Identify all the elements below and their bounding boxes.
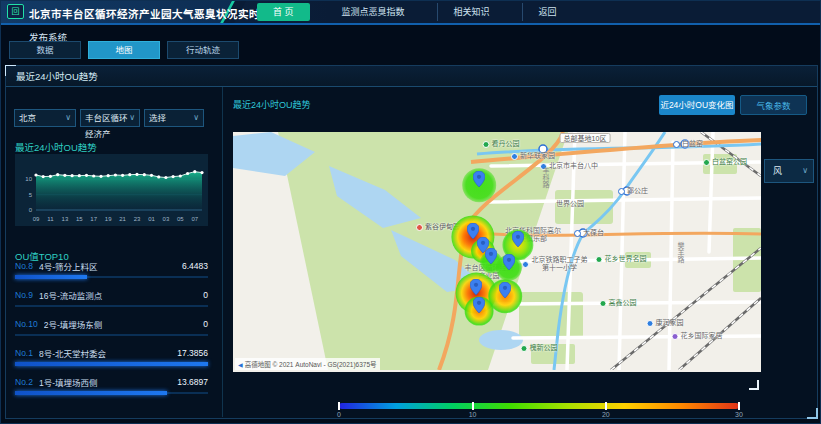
station-name: 16号-流动监测点 [39,289,203,301]
map-button-0[interactable]: 近24小时OU变化图 [659,95,735,115]
value-bar [15,275,87,279]
svg-text:17: 17 [90,216,97,222]
ou-value: 0 [203,290,208,300]
map-label: 康润家园 [647,319,684,327]
metro-icon [673,141,680,148]
value-bar [15,391,167,395]
amap-logo-icon: ◀ [238,361,243,368]
rank-label: No.1 [15,348,33,358]
svg-text:03: 03 [163,216,170,222]
svg-text:01: 01 [148,216,155,222]
station-select[interactable]: 选择 ∨ [144,109,204,127]
trend-chart: 0510091113151719212301030507 [15,154,208,226]
rank-label: No.9 [15,290,33,300]
nav-tab-2[interactable]: 相关知识 [437,3,506,21]
legend-gradient-bar [339,403,739,409]
station-name: 1号-填埋场西侧 [39,376,177,388]
ou-value: 0 [203,319,208,329]
svg-text:15: 15 [76,216,83,222]
nav-tab-3[interactable]: 返回 [522,3,573,21]
svg-text:21: 21 [119,216,126,222]
ou-value: 17.3856 [177,348,208,358]
nav-tab-0[interactable]: 首 页 [257,3,310,21]
panel-divider [222,87,223,417]
map-canvas[interactable]: 紫谷伊甸园看丹公园总部基地10区新华联家园北京市丰台八中郭公庄世界公园大葆台北京… [233,132,761,372]
map-label: 樊羊路 [676,242,684,263]
map-label: 丰科路 [541,167,549,188]
station-pin-icon[interactable] [512,231,524,247]
station-pin-icon[interactable] [499,282,511,298]
legend-tick-label: 0 [337,411,341,418]
map-attribution: ◀ 高德地图 © 2021 AutoNavi - GS(2021)6375号 [235,358,380,370]
station-name: 8号-北天堂村委会 [39,347,177,359]
chevron-down-icon: ∨ [129,110,135,126]
map-label: 高鑫公园 [600,299,637,307]
poi-purple-icon [672,333,679,340]
trend-chart-title: 最近24小时OU趋势 [15,140,97,154]
station-select-value: 选择 [149,113,166,123]
station-pin-icon[interactable] [503,254,515,270]
station-pin-icon[interactable] [473,297,485,313]
svg-text:05: 05 [177,216,184,222]
park-icon [483,141,490,148]
legend-tick [338,402,340,410]
metro-icon [574,230,581,237]
district-select[interactable]: 丰台区循环经济产 ∨ [80,109,140,127]
svg-text:5: 5 [29,192,33,198]
legend-tick-label: 30 [735,411,743,418]
svg-text:13: 13 [62,216,69,222]
value-bar [15,362,208,366]
svg-text:09: 09 [33,216,40,222]
legend-tick-label: 10 [469,411,477,418]
map-button-1[interactable]: 气象参数 [740,95,807,115]
top-list-row: No.84号-筛分上料区6.4483 [15,259,208,283]
top-list-row: No.916号-流动监测点0 [15,288,208,312]
svg-text:07: 07 [191,216,198,222]
map-label: 槐新公园 [521,344,558,352]
park-icon [596,256,603,263]
publish-tab-2[interactable]: 行动轨迹 [167,41,239,59]
map-label: 白盆窑公园 [703,158,747,166]
nav-tab-1[interactable]: 监测点恶臭指数 [326,3,421,21]
city-select[interactable]: 北京 ∨ [14,109,76,127]
map-label: 总部基地10区 [560,133,611,143]
park-icon [703,159,710,166]
poi-blue-icon [511,153,518,160]
park-red-icon [416,224,423,231]
app-logo-icon: 回 [7,4,24,19]
publish-tab-0[interactable]: 数据 [9,41,81,59]
map-section-title: 最近24小时OU趋势 [233,98,311,111]
metro-icon [618,188,625,195]
station-pin-icon[interactable] [470,279,482,295]
map-label: 新华联家园 [511,152,555,160]
top-list-row: No.102号-填埋场东侧0 [15,317,208,341]
svg-text:10: 10 [25,176,32,182]
map-label: 看丹公园 [483,140,520,148]
map-label: 白盆窑 [673,140,703,148]
park-icon [600,300,607,307]
station-pin-icon[interactable] [473,171,485,187]
map-label: 北京铁路职工子弟第十一小学 [522,256,588,272]
app-title: 北京市丰台区循环经济产业园大气恶臭状况实时 [29,6,260,21]
map-label: 世界公园 [556,200,584,208]
publish-tabs: 数据地图行动轨迹 [9,41,246,59]
map-label: 郭公庄 [618,187,648,195]
rank-label: No.8 [15,261,33,271]
station-name: 2号-填埋场东侧 [44,318,204,330]
school-icon [522,261,529,268]
rank-label: No.10 [15,319,38,329]
svg-text:11: 11 [47,216,54,222]
top-header: 回 北京市丰台区循环经济产业园大气恶臭状况实时 首 页监测点恶臭指数相关知识返回 [1,1,821,25]
poi-blue-icon [647,320,654,327]
legend-tick [605,402,607,410]
svg-text:19: 19 [105,216,112,222]
app-root: 回 北京市丰台区循环经济产业园大气恶臭状况实时 首 页监测点恶臭指数相关知识返回… [0,0,821,424]
svg-text:0: 0 [29,207,33,213]
map-label: 花乡国际家居 [672,332,723,340]
ou-value: 6.4483 [182,261,208,271]
layer-dropdown[interactable]: 风 ∨ [764,159,814,183]
map-label: 大葆台 [574,229,604,237]
publish-tab-1[interactable]: 地图 [88,41,160,59]
park-icon [521,345,528,352]
station-pin-icon[interactable] [485,248,497,264]
